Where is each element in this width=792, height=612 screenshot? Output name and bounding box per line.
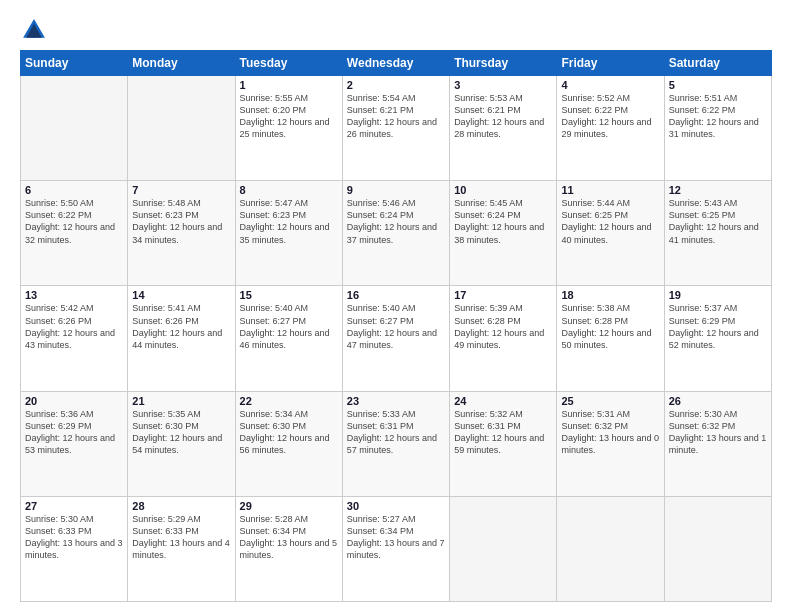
day-number: 30 — [347, 500, 445, 512]
weekday-header-monday: Monday — [128, 51, 235, 76]
day-number: 2 — [347, 79, 445, 91]
day-info: Sunrise: 5:28 AM Sunset: 6:34 PM Dayligh… — [240, 513, 338, 562]
day-info: Sunrise: 5:40 AM Sunset: 6:27 PM Dayligh… — [347, 302, 445, 351]
day-info: Sunrise: 5:43 AM Sunset: 6:25 PM Dayligh… — [669, 197, 767, 246]
calendar-week-row: 1Sunrise: 5:55 AM Sunset: 6:20 PM Daylig… — [21, 76, 772, 181]
weekday-header-row: SundayMondayTuesdayWednesdayThursdayFrid… — [21, 51, 772, 76]
weekday-header-thursday: Thursday — [450, 51, 557, 76]
calendar-cell: 17Sunrise: 5:39 AM Sunset: 6:28 PM Dayli… — [450, 286, 557, 391]
day-number: 14 — [132, 289, 230, 301]
header — [20, 16, 772, 44]
logo — [20, 16, 52, 44]
calendar-cell — [557, 496, 664, 601]
day-info: Sunrise: 5:40 AM Sunset: 6:27 PM Dayligh… — [240, 302, 338, 351]
day-number: 8 — [240, 184, 338, 196]
day-info: Sunrise: 5:48 AM Sunset: 6:23 PM Dayligh… — [132, 197, 230, 246]
day-number: 4 — [561, 79, 659, 91]
calendar-cell: 15Sunrise: 5:40 AM Sunset: 6:27 PM Dayli… — [235, 286, 342, 391]
day-info: Sunrise: 5:41 AM Sunset: 6:26 PM Dayligh… — [132, 302, 230, 351]
calendar-cell: 4Sunrise: 5:52 AM Sunset: 6:22 PM Daylig… — [557, 76, 664, 181]
day-number: 9 — [347, 184, 445, 196]
day-number: 28 — [132, 500, 230, 512]
calendar-cell: 12Sunrise: 5:43 AM Sunset: 6:25 PM Dayli… — [664, 181, 771, 286]
day-number: 25 — [561, 395, 659, 407]
day-number: 29 — [240, 500, 338, 512]
day-number: 7 — [132, 184, 230, 196]
calendar-cell: 5Sunrise: 5:51 AM Sunset: 6:22 PM Daylig… — [664, 76, 771, 181]
calendar-cell: 20Sunrise: 5:36 AM Sunset: 6:29 PM Dayli… — [21, 391, 128, 496]
day-info: Sunrise: 5:45 AM Sunset: 6:24 PM Dayligh… — [454, 197, 552, 246]
day-info: Sunrise: 5:34 AM Sunset: 6:30 PM Dayligh… — [240, 408, 338, 457]
day-info: Sunrise: 5:55 AM Sunset: 6:20 PM Dayligh… — [240, 92, 338, 141]
day-number: 5 — [669, 79, 767, 91]
weekday-header-tuesday: Tuesday — [235, 51, 342, 76]
calendar-cell — [21, 76, 128, 181]
day-info: Sunrise: 5:46 AM Sunset: 6:24 PM Dayligh… — [347, 197, 445, 246]
day-info: Sunrise: 5:27 AM Sunset: 6:34 PM Dayligh… — [347, 513, 445, 562]
calendar-cell: 9Sunrise: 5:46 AM Sunset: 6:24 PM Daylig… — [342, 181, 449, 286]
day-info: Sunrise: 5:36 AM Sunset: 6:29 PM Dayligh… — [25, 408, 123, 457]
calendar-cell — [450, 496, 557, 601]
day-info: Sunrise: 5:54 AM Sunset: 6:21 PM Dayligh… — [347, 92, 445, 141]
calendar-cell: 8Sunrise: 5:47 AM Sunset: 6:23 PM Daylig… — [235, 181, 342, 286]
calendar-cell: 1Sunrise: 5:55 AM Sunset: 6:20 PM Daylig… — [235, 76, 342, 181]
weekday-header-friday: Friday — [557, 51, 664, 76]
day-number: 13 — [25, 289, 123, 301]
day-info: Sunrise: 5:30 AM Sunset: 6:33 PM Dayligh… — [25, 513, 123, 562]
day-number: 11 — [561, 184, 659, 196]
day-info: Sunrise: 5:32 AM Sunset: 6:31 PM Dayligh… — [454, 408, 552, 457]
day-number: 26 — [669, 395, 767, 407]
calendar-cell: 23Sunrise: 5:33 AM Sunset: 6:31 PM Dayli… — [342, 391, 449, 496]
calendar-week-row: 27Sunrise: 5:30 AM Sunset: 6:33 PM Dayli… — [21, 496, 772, 601]
calendar-cell: 28Sunrise: 5:29 AM Sunset: 6:33 PM Dayli… — [128, 496, 235, 601]
day-info: Sunrise: 5:35 AM Sunset: 6:30 PM Dayligh… — [132, 408, 230, 457]
calendar-cell: 11Sunrise: 5:44 AM Sunset: 6:25 PM Dayli… — [557, 181, 664, 286]
day-info: Sunrise: 5:30 AM Sunset: 6:32 PM Dayligh… — [669, 408, 767, 457]
weekday-header-wednesday: Wednesday — [342, 51, 449, 76]
day-info: Sunrise: 5:53 AM Sunset: 6:21 PM Dayligh… — [454, 92, 552, 141]
calendar-cell: 29Sunrise: 5:28 AM Sunset: 6:34 PM Dayli… — [235, 496, 342, 601]
day-number: 23 — [347, 395, 445, 407]
calendar-cell: 27Sunrise: 5:30 AM Sunset: 6:33 PM Dayli… — [21, 496, 128, 601]
weekday-header-sunday: Sunday — [21, 51, 128, 76]
weekday-header-saturday: Saturday — [664, 51, 771, 76]
day-info: Sunrise: 5:47 AM Sunset: 6:23 PM Dayligh… — [240, 197, 338, 246]
day-number: 21 — [132, 395, 230, 407]
day-info: Sunrise: 5:38 AM Sunset: 6:28 PM Dayligh… — [561, 302, 659, 351]
calendar-week-row: 20Sunrise: 5:36 AM Sunset: 6:29 PM Dayli… — [21, 391, 772, 496]
day-number: 27 — [25, 500, 123, 512]
day-number: 1 — [240, 79, 338, 91]
calendar-cell: 22Sunrise: 5:34 AM Sunset: 6:30 PM Dayli… — [235, 391, 342, 496]
day-number: 6 — [25, 184, 123, 196]
day-info: Sunrise: 5:33 AM Sunset: 6:31 PM Dayligh… — [347, 408, 445, 457]
day-number: 12 — [669, 184, 767, 196]
day-info: Sunrise: 5:51 AM Sunset: 6:22 PM Dayligh… — [669, 92, 767, 141]
day-number: 22 — [240, 395, 338, 407]
calendar-cell: 6Sunrise: 5:50 AM Sunset: 6:22 PM Daylig… — [21, 181, 128, 286]
day-number: 19 — [669, 289, 767, 301]
calendar-table: SundayMondayTuesdayWednesdayThursdayFrid… — [20, 50, 772, 602]
day-info: Sunrise: 5:52 AM Sunset: 6:22 PM Dayligh… — [561, 92, 659, 141]
calendar-cell — [128, 76, 235, 181]
calendar-week-row: 13Sunrise: 5:42 AM Sunset: 6:26 PM Dayli… — [21, 286, 772, 391]
calendar-cell — [664, 496, 771, 601]
calendar-cell: 25Sunrise: 5:31 AM Sunset: 6:32 PM Dayli… — [557, 391, 664, 496]
calendar-cell: 30Sunrise: 5:27 AM Sunset: 6:34 PM Dayli… — [342, 496, 449, 601]
calendar-cell: 19Sunrise: 5:37 AM Sunset: 6:29 PM Dayli… — [664, 286, 771, 391]
logo-icon — [20, 16, 48, 44]
calendar-cell: 10Sunrise: 5:45 AM Sunset: 6:24 PM Dayli… — [450, 181, 557, 286]
day-info: Sunrise: 5:29 AM Sunset: 6:33 PM Dayligh… — [132, 513, 230, 562]
calendar-cell: 26Sunrise: 5:30 AM Sunset: 6:32 PM Dayli… — [664, 391, 771, 496]
day-number: 18 — [561, 289, 659, 301]
day-number: 24 — [454, 395, 552, 407]
page: SundayMondayTuesdayWednesdayThursdayFrid… — [0, 0, 792, 612]
calendar-cell: 24Sunrise: 5:32 AM Sunset: 6:31 PM Dayli… — [450, 391, 557, 496]
calendar-cell: 16Sunrise: 5:40 AM Sunset: 6:27 PM Dayli… — [342, 286, 449, 391]
day-info: Sunrise: 5:44 AM Sunset: 6:25 PM Dayligh… — [561, 197, 659, 246]
calendar-cell: 14Sunrise: 5:41 AM Sunset: 6:26 PM Dayli… — [128, 286, 235, 391]
day-number: 15 — [240, 289, 338, 301]
day-info: Sunrise: 5:39 AM Sunset: 6:28 PM Dayligh… — [454, 302, 552, 351]
day-number: 3 — [454, 79, 552, 91]
day-number: 10 — [454, 184, 552, 196]
calendar-cell: 7Sunrise: 5:48 AM Sunset: 6:23 PM Daylig… — [128, 181, 235, 286]
